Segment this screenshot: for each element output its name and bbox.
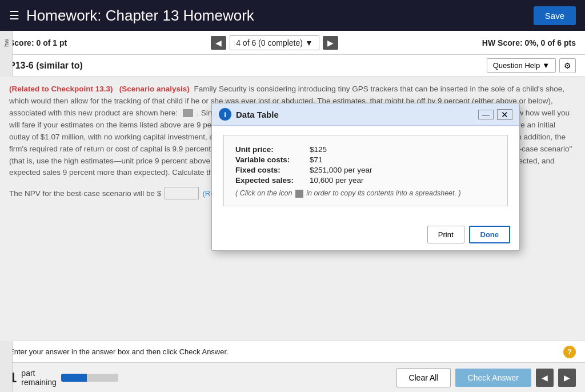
data-row-expected-sales: Expected sales: 10,600 per year: [235, 176, 496, 185]
data-row-variable-costs: Variable costs: $71: [235, 155, 496, 164]
data-row-unit-price: Unit price: $125: [235, 145, 496, 154]
nav-label-text: 4 of 6 (0 complete): [236, 38, 303, 47]
question-help-area: Question Help ▼ ⚙: [487, 58, 576, 73]
part-text: part remaining: [21, 369, 56, 387]
data-table-content: Unit price: $125 Variable costs: $71 Fix…: [223, 135, 508, 206]
nav-dropdown-icon: ▼: [305, 38, 313, 47]
bottom-nav-next-button[interactable]: ▶: [558, 369, 576, 387]
page-title: Homework: Chapter 13 Homework: [26, 7, 254, 25]
settings-icon-button[interactable]: ⚙: [559, 58, 576, 73]
check-answer-button[interactable]: Check Answer: [455, 369, 531, 387]
modal-header-left: i Data Table: [219, 108, 279, 121]
nav-prev-button[interactable]: ◀: [211, 36, 226, 50]
remaining-label: remaining: [21, 378, 56, 387]
nav-center: ◀ 4 of 6 (0 complete) ▼ ▶: [211, 35, 338, 50]
progress-bar-fill: [61, 374, 87, 382]
modal-header: i Data Table — ✕: [212, 103, 519, 126]
instruction-text: Enter your answer in the answer box and …: [9, 347, 229, 356]
nav-label[interactable]: 4 of 6 (0 complete) ▼: [230, 35, 319, 50]
instruction-bar: Enter your answer in the answer box and …: [0, 341, 585, 362]
part-info: 1 part remaining: [9, 369, 118, 387]
nav-next-button[interactable]: ▶: [323, 36, 338, 50]
fixed-costs-value: $251,000 per year: [310, 166, 372, 174]
problem-header: P13-6 (similar to) Question Help ▼ ⚙: [0, 55, 585, 77]
score-label: Score:: [9, 38, 34, 47]
modal-close-button[interactable]: ✕: [497, 109, 512, 120]
done-button[interactable]: Done: [469, 226, 511, 243]
modal-body: Unit price: $125 Variable costs: $71 Fix…: [212, 126, 519, 221]
action-bar: 1 part remaining Clear All Check Answer …: [0, 362, 585, 392]
question-help-label: Question Help: [493, 61, 540, 70]
score-value: 0 of 1 pt: [36, 38, 67, 47]
hw-score-value: 0%, 0 of 6 pts: [525, 38, 576, 47]
variable-costs-value: $71: [310, 155, 323, 164]
score-bar: Score: 0 of 1 pt ◀ 4 of 6 (0 complete) ▼…: [0, 31, 585, 55]
progress-bar: [61, 374, 118, 382]
part-label: part: [21, 369, 56, 378]
variable-costs-label: Variable costs:: [235, 155, 310, 164]
expected-sales-value: 10,600 per year: [310, 176, 364, 185]
help-icon[interactable]: ?: [563, 346, 576, 358]
hamburger-icon[interactable]: ☰: [9, 9, 19, 22]
score-display: Score: 0 of 1 pt: [9, 38, 67, 47]
copy-note-text2: in order to copy its contents into a spr…: [306, 189, 460, 197]
bottom-nav-prev-button[interactable]: ◀: [536, 369, 554, 387]
copy-icon[interactable]: [295, 190, 303, 198]
problem-id: P13-6 (similar to): [9, 61, 83, 71]
copy-note: ( Click on the icon in order to copy its…: [235, 189, 496, 198]
question-help-button[interactable]: Question Help ▼: [487, 58, 556, 73]
copy-note-text1: ( Click on the icon: [235, 189, 292, 197]
unit-price-label: Unit price:: [235, 145, 310, 154]
modal-minimize-button[interactable]: —: [478, 110, 494, 119]
print-button[interactable]: Print: [427, 226, 464, 243]
hw-score-display: HW Score: 0%, 0 of 6 pts: [482, 38, 576, 47]
modal-controls: — ✕: [478, 109, 512, 120]
data-table-modal: i Data Table — ✕ Unit price: $125 Variab…: [211, 103, 520, 251]
expected-sales-label: Expected sales:: [235, 176, 310, 185]
clear-all-button[interactable]: Clear All: [396, 368, 450, 387]
action-buttons: Clear All Check Answer ◀ ▶: [396, 368, 576, 387]
sidebar-label: hw: [3, 39, 10, 47]
save-button[interactable]: Save: [534, 6, 576, 25]
modal-title: Data Table: [236, 110, 279, 119]
modal-footer: Print Done: [212, 221, 519, 250]
fixed-costs-label: Fixed costs:: [235, 166, 310, 174]
modal-info-icon: i: [219, 108, 231, 121]
data-row-fixed-costs: Fixed costs: $251,000 per year: [235, 166, 496, 174]
header-left: ☰ Homework: Chapter 13 Homework: [9, 7, 254, 25]
hw-score-label: HW Score:: [482, 38, 523, 47]
unit-price-value: $125: [310, 145, 327, 154]
question-help-dropdown-icon: ▼: [542, 61, 550, 70]
header: ☰ Homework: Chapter 13 Homework Save: [0, 0, 585, 31]
